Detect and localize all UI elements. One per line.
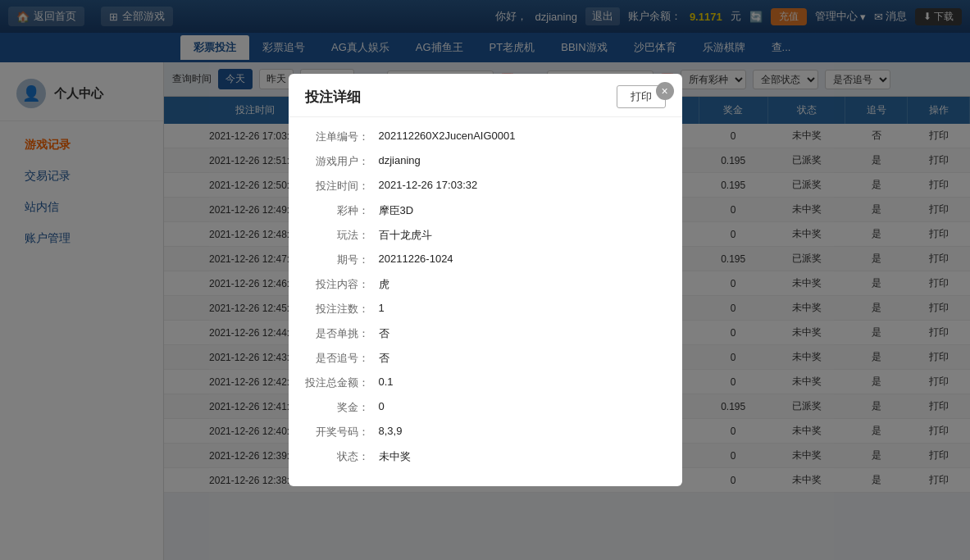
detail-value: 虎 (379, 277, 666, 292)
detail-label: 开奖号码： (305, 425, 379, 439)
modal-header: 投注详细 打印 (289, 74, 682, 117)
detail-row: 玩法： 百十龙虎斗 (305, 228, 666, 243)
detail-value: 20211226-1024 (379, 253, 666, 265)
modal-overlay[interactable]: 投注详细 打印 × 注单编号： 202112260X2JucenAIG0001 … (0, 0, 970, 560)
detail-value: 0.1 (379, 376, 666, 388)
detail-row: 游戏用户： dzjianing (305, 154, 666, 169)
detail-row: 注单编号： 202112260X2JucenAIG0001 (305, 130, 666, 144)
detail-row: 是否追号： 否 (305, 351, 666, 366)
detail-label: 投注时间： (305, 179, 379, 193)
detail-row: 是否单挑： 否 (305, 326, 666, 341)
detail-row: 彩种： 摩臣3D (305, 203, 666, 218)
modal-close-button[interactable]: × (656, 82, 674, 100)
detail-value: dzjianing (379, 154, 666, 166)
detail-row: 投注时间： 2021-12-26 17:03:32 (305, 179, 666, 193)
detail-label: 投注注数： (305, 302, 379, 316)
detail-row: 奖金： 0 (305, 400, 666, 415)
detail-value: 摩臣3D (379, 203, 666, 218)
detail-row: 投注内容： 虎 (305, 277, 666, 292)
detail-label: 奖金： (305, 400, 379, 415)
detail-row: 投注总金额： 0.1 (305, 376, 666, 390)
modal-body: 注单编号： 202112260X2JucenAIG0001 游戏用户： dzji… (289, 117, 682, 486)
detail-label: 投注内容： (305, 277, 379, 292)
detail-value: 0 (379, 400, 666, 412)
detail-label: 期号： (305, 253, 379, 267)
detail-label: 注单编号： (305, 130, 379, 144)
detail-label: 玩法： (305, 228, 379, 243)
detail-row: 投注注数： 1 (305, 302, 666, 316)
detail-row: 状态： 未中奖 (305, 449, 666, 464)
detail-label: 状态： (305, 449, 379, 464)
detail-label: 是否单挑： (305, 326, 379, 341)
detail-value: 1 (379, 302, 666, 314)
modal-box: 投注详细 打印 × 注单编号： 202112260X2JucenAIG0001 … (289, 74, 682, 486)
detail-value: 否 (379, 351, 666, 366)
detail-value: 百十龙虎斗 (379, 228, 666, 243)
detail-label: 是否追号： (305, 351, 379, 366)
detail-row: 开奖号码： 8,3,9 (305, 425, 666, 439)
detail-label: 彩种： (305, 203, 379, 218)
detail-label: 投注总金额： (305, 376, 379, 390)
detail-value: 未中奖 (379, 449, 666, 464)
detail-row: 期号： 20211226-1024 (305, 253, 666, 267)
detail-value: 否 (379, 326, 666, 341)
detail-label: 游戏用户： (305, 154, 379, 169)
detail-value: 2021-12-26 17:03:32 (379, 179, 666, 191)
modal-title: 投注详细 (305, 88, 361, 107)
detail-value: 202112260X2JucenAIG0001 (379, 130, 666, 142)
detail-value: 8,3,9 (379, 425, 666, 437)
